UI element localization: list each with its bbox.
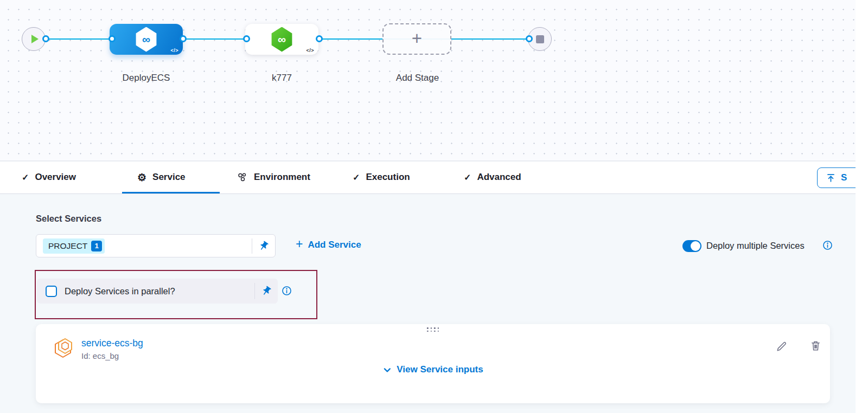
service-name-link[interactable]: service-ecs-bg: [81, 338, 143, 349]
environment-cluster-icon: [237, 172, 248, 183]
add-stage-button[interactable]: +: [382, 23, 451, 55]
delete-service-button[interactable]: [809, 339, 822, 352]
code-view-icon[interactable]: </>: [306, 48, 314, 53]
stage-tabbar: ✓ Overview ⚙ Service Environment ✓ Execu…: [0, 161, 856, 194]
check-icon: ✓: [464, 172, 471, 183]
service-select-input[interactable]: PROJECT 1: [36, 234, 276, 257]
pin-button[interactable]: [255, 279, 278, 304]
play-icon: [31, 35, 39, 43]
tab-label: Execution: [366, 172, 410, 183]
harness-hexagon-icon: ∞: [271, 27, 293, 52]
tab-label: Overview: [35, 172, 76, 183]
check-icon: ✓: [353, 172, 360, 183]
infinity-icon: ∞: [278, 34, 286, 45]
service-tab-panel: Select Services PROJECT 1 + Add Service: [0, 194, 856, 413]
infinity-icon: ∞: [142, 34, 150, 45]
code-view-icon[interactable]: </>: [170, 48, 178, 53]
tab-label: Advanced: [477, 172, 521, 183]
info-icon[interactable]: [822, 240, 833, 250]
add-service-label: Add Service: [308, 240, 361, 250]
save-button-label: S: [841, 172, 847, 183]
tab-label: Environment: [254, 172, 310, 183]
connector-port: [108, 35, 116, 42]
deploy-multiple-services-label: Deploy multiple Services: [706, 241, 805, 251]
service-hexagon-icon: [54, 338, 73, 360]
harness-hexagon-icon: ∞: [135, 27, 158, 52]
connector-line: [183, 38, 247, 40]
view-service-inputs-toggle[interactable]: View Service inputs: [382, 364, 483, 375]
check-icon: ✓: [22, 172, 29, 183]
stop-icon: [536, 35, 544, 43]
pipeline-studio: ∞ </> ∞ </> + DeployECS k777 Add Stage ✓: [0, 0, 868, 413]
tab-overview[interactable]: ✓ Overview: [22, 162, 76, 193]
stage-card-deployecs[interactable]: ∞ </>: [110, 24, 183, 55]
deploy-parallel-label: Deploy Services in parallel?: [65, 286, 175, 296]
stage-card-k777[interactable]: ∞ </>: [245, 24, 318, 55]
gear-icon: ⚙: [137, 172, 146, 183]
active-tab-underline: [122, 192, 220, 193]
add-stage-label: Add Stage: [370, 73, 465, 83]
upload-icon: [826, 173, 836, 183]
tab-service[interactable]: ⚙ Service: [137, 162, 186, 193]
tab-label: Service: [152, 172, 186, 183]
chevron-down-icon: [382, 365, 392, 375]
connector-port: [243, 35, 250, 42]
connector-port: [42, 35, 49, 42]
plus-icon: +: [412, 29, 422, 47]
project-chip-count-badge: 1: [91, 241, 102, 251]
view-service-inputs-label: View Service inputs: [397, 364, 483, 375]
tab-execution[interactable]: ✓ Execution: [353, 162, 410, 193]
deploy-multiple-services-toggle[interactable]: [682, 240, 701, 252]
connector-port: [316, 35, 323, 42]
connector-port: [526, 35, 533, 42]
add-service-button[interactable]: + Add Service: [296, 239, 361, 250]
info-icon[interactable]: [282, 286, 292, 296]
pin-button[interactable]: [252, 235, 275, 257]
project-chip-label: PROJECT: [48, 241, 87, 251]
pipeline-canvas: ∞ </> ∞ </> + DeployECS k777 Add Stage: [0, 0, 856, 161]
plus-icon: +: [296, 238, 303, 250]
stage-name-label: DeployECS: [99, 73, 194, 83]
service-id-text: Id: ecs_bg: [81, 351, 119, 360]
toggle-knob: [691, 241, 700, 251]
edit-service-button[interactable]: [775, 340, 788, 353]
deploy-parallel-checkbox[interactable]: [46, 286, 57, 297]
service-card: service-ecs-bg Id: ecs_bg V: [36, 324, 830, 403]
deploy-parallel-field: Deploy Services in parallel?: [37, 279, 278, 304]
project-scope-chip[interactable]: PROJECT 1: [43, 238, 105, 254]
drag-handle-icon[interactable]: [427, 327, 439, 332]
tab-advanced[interactable]: ✓ Advanced: [464, 162, 521, 193]
tab-environment[interactable]: Environment: [237, 162, 310, 193]
select-services-label: Select Services: [36, 214, 101, 224]
save-button[interactable]: S: [817, 167, 856, 188]
connector-port: [180, 35, 187, 42]
stage-name-label: k777: [234, 73, 329, 83]
